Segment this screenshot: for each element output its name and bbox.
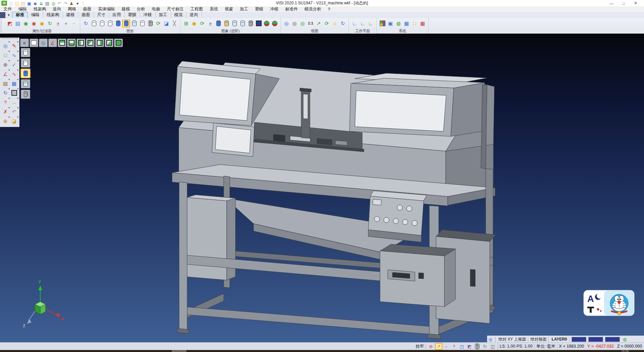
qa-dropdown-icon[interactable]: ▾ — [74, 1, 80, 6]
menu-item-标准件[interactable]: 标准件 — [282, 6, 301, 12]
table-settings-icon[interactable]: ▦ — [403, 20, 410, 27]
gold-cylinder-icon[interactable] — [223, 20, 230, 27]
regen-display-icon[interactable]: ⟳ — [155, 20, 162, 27]
undo-side-icon[interactable]: ↶ — [10, 108, 18, 115]
work-grid-icon[interactable]: ▦ — [419, 20, 426, 27]
wireframe-cylinder-icon[interactable] — [147, 20, 154, 27]
open-part-icon[interactable]: ◰ — [20, 1, 26, 6]
display-hidden-icon[interactable] — [21, 58, 30, 68]
filter-plus-icon[interactable]: + — [62, 20, 70, 27]
menu-item-视窗[interactable]: 视窗 — [221, 6, 236, 12]
open-model-icon[interactable]: ◪ — [10, 117, 18, 125]
wireframe-display-icon[interactable] — [90, 20, 98, 27]
view-left-icon[interactable] — [76, 39, 85, 47]
flat-display-icon[interactable] — [139, 20, 146, 27]
zoom-filter-icon[interactable]: ⊕ — [2, 61, 9, 68]
undo-icon[interactable]: ↶ — [56, 1, 62, 6]
zoom-view-icon[interactable]: ◎ — [39, 39, 48, 47]
cylinder-stripe-icon[interactable] — [474, 343, 481, 350]
globe-icon[interactable]: ◍ — [622, 336, 628, 343]
display-wire-shaded-icon[interactable] — [21, 90, 30, 99]
workplane-standard-icon[interactable]: ∟ — [351, 20, 358, 27]
display-shaded-icon[interactable] — [21, 69, 30, 78]
menu-item-尺寸标注[interactable]: 尺寸标注 — [164, 6, 187, 12]
menu-item-电极[interactable]: 电极 — [149, 6, 164, 12]
entity-refresh-icon[interactable]: ⟳ — [199, 20, 206, 27]
toolbar-tab-塑膜[interactable]: 塑膜 — [125, 12, 140, 18]
key-icon[interactable]: ☼ — [443, 343, 450, 350]
navigation-wheel-icon[interactable]: ⊕ — [2, 117, 9, 125]
hidden-line-display-icon[interactable] — [98, 20, 106, 27]
save-icon[interactable]: ▣ — [26, 1, 32, 6]
navy-cube-icon[interactable] — [255, 20, 262, 27]
tab-dropdown-icon[interactable]: ▼ — [5, 13, 12, 17]
toolbar-tab-编辑[interactable]: 编辑 — [28, 12, 43, 18]
menu-item-加工[interactable]: 加工 — [236, 6, 252, 12]
help-icon[interactable]: ? — [2, 98, 9, 106]
window-grid-icon[interactable]: ◫ — [489, 343, 496, 350]
menu-item-编辑[interactable]: 编辑 — [15, 6, 30, 12]
redo-icon[interactable]: ↷ — [62, 1, 68, 6]
axes-view-icon[interactable]: ∠ — [48, 39, 57, 47]
zoom-window-icon[interactable]: ◎ — [291, 20, 298, 27]
delete-sketch-icon[interactable]: ✎ — [10, 42, 18, 49]
attributes-paint-icon[interactable]: ◩ — [6, 20, 13, 27]
snap-lock-icon[interactable]: ⊘ — [428, 343, 434, 350]
filter-minus-icon[interactable]: − — [70, 20, 78, 27]
freehand-curve-icon[interactable]: ∿ — [10, 70, 18, 78]
sphere-arrow-icon[interactable] — [271, 20, 278, 27]
close-button[interactable]: ✕ — [630, 0, 641, 6]
save-as-icon[interactable]: ◙ — [32, 1, 38, 6]
zoom-dynamic-icon[interactable]: ◎ — [283, 20, 290, 27]
wcs-axes-icon[interactable]: ∠ — [2, 70, 9, 78]
color-swatch-2[interactable] — [588, 337, 603, 342]
verify-solid-icon[interactable] — [231, 20, 238, 27]
print-icon[interactable]: ▤ — [44, 1, 50, 6]
preview-icon[interactable]: ◎ — [50, 1, 56, 6]
toolbar-tab-应用[interactable]: 应用 — [109, 12, 125, 18]
entity-plusminus-icon[interactable]: ± — [207, 20, 214, 27]
menu-item-塑模[interactable]: 塑模 — [252, 6, 267, 12]
history-icon[interactable]: ♟ — [68, 1, 74, 6]
zoom-select-icon[interactable]: ◎ — [2, 42, 9, 49]
menu-item-系统[interactable]: 系统 — [206, 6, 221, 12]
view-top-icon[interactable] — [58, 39, 66, 47]
wireframe-solid-icon[interactable] — [247, 20, 254, 27]
filter-lights-icon[interactable]: ◉ — [38, 20, 46, 27]
grid-snap-icon[interactable]: ∷ — [411, 20, 418, 27]
system-monitor-icon[interactable]: ▣ — [387, 20, 394, 27]
zoom-extents-icon[interactable]: ◎ — [299, 20, 306, 27]
regen-icon[interactable]: ↻ — [2, 89, 9, 96]
filter-refresh-icon[interactable]: ↻ — [46, 20, 54, 27]
view-bottom-icon[interactable] — [67, 39, 76, 47]
shaded-display-icon[interactable] — [114, 20, 122, 27]
menu-item-分析[interactable]: 分析 — [133, 6, 149, 12]
lock-toggle[interactable]: 拴牢 — [416, 344, 424, 349]
display-wireframe-icon[interactable] — [21, 48, 30, 57]
toolbar-tab-建模[interactable]: 建模 — [63, 12, 78, 18]
color-table-icon[interactable] — [379, 20, 386, 27]
rotate-plus-icon[interactable]: ↻ — [482, 343, 488, 350]
color-swatch-3[interactable] — [605, 337, 620, 342]
fit-view-icon[interactable] — [30, 39, 38, 47]
viewbar-menu-icon[interactable]: ≡ — [20, 39, 29, 47]
toolbar-tab-逆向[interactable]: 逆向 — [186, 12, 202, 18]
rotate-view-icon[interactable]: ⟳ — [323, 20, 330, 27]
zoom-1-1-icon[interactable]: 1:1 — [307, 20, 314, 27]
menu-item-线架构[interactable]: 线架构 — [30, 6, 50, 12]
copy-attributes-icon[interactable]: ▤ — [14, 20, 21, 27]
redraw-icon[interactable]: ↻ — [82, 20, 90, 27]
window-layout-icon[interactable]: ▦ — [10, 80, 18, 87]
workplane-view-icon[interactable]: ∟ — [367, 20, 374, 27]
export-cube-icon[interactable]: ◳ — [459, 343, 465, 350]
menu-item-工程图[interactable]: 工程图 — [187, 6, 207, 12]
units-readout[interactable]: 单位: 毫米 — [536, 344, 555, 349]
solid-preview-icon[interactable] — [10, 89, 18, 96]
shaded-edges-display-icon[interactable] — [122, 20, 130, 27]
transparent-display-icon[interactable] — [130, 20, 138, 27]
dashed-hidden-display-icon[interactable] — [106, 20, 114, 27]
sketch-curve-icon[interactable]: ∿ — [10, 51, 18, 59]
view-mode-label[interactable]: 绝对 XY 上视图 — [498, 337, 526, 342]
view-face-icon[interactable]: ☺ — [331, 20, 338, 27]
select-window-icon[interactable]: □ — [2, 51, 9, 59]
